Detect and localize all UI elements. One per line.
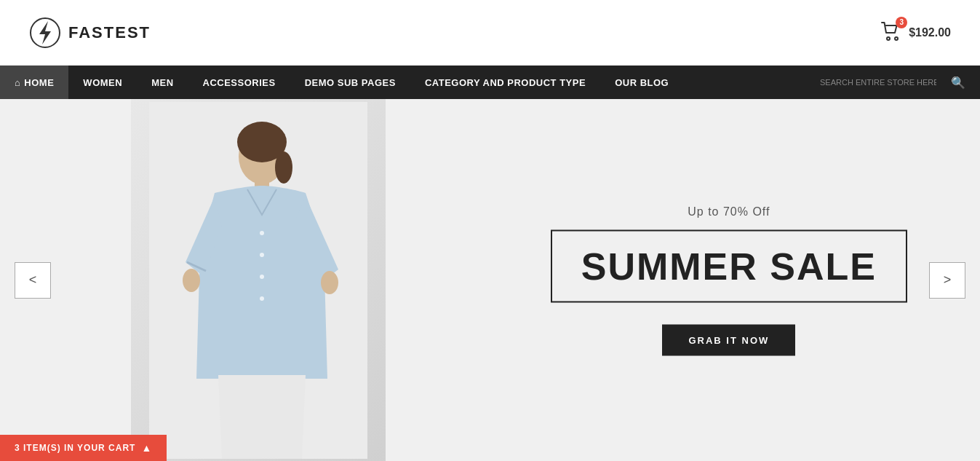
svg-point-7 <box>275 151 292 184</box>
svg-point-3 <box>895 37 898 40</box>
nav-item-blog[interactable]: OUR BLOG <box>600 66 683 99</box>
hero-model-image <box>131 99 386 461</box>
home-icon: ⌂ <box>15 77 20 88</box>
nav-items: ⌂ HOME WOMEN MEN ACCESSORIES DEMO SUB PA… <box>0 66 813 99</box>
cart-bar-chevron-icon: ▲ <box>141 442 152 454</box>
cart-bar[interactable]: 3 ITEM(S) IN YOUR CART ▲ <box>0 435 167 461</box>
hero-title-box: SUMMER SALE <box>551 229 907 302</box>
svg-point-13 <box>260 275 264 279</box>
cart-icon-container: 3 <box>881 21 901 44</box>
nav-item-category[interactable]: CATEGORY AND PRODUCT TYPE <box>410 66 600 99</box>
cart-button[interactable]: 3 $192.00 <box>881 21 951 44</box>
chevron-left-icon: < <box>29 272 37 288</box>
nav-label-category: CATEGORY AND PRODUCT TYPE <box>425 77 586 88</box>
svg-point-11 <box>260 231 264 235</box>
search-input[interactable] <box>813 77 944 87</box>
nav-bar: ⌂ HOME WOMEN MEN ACCESSORIES DEMO SUB PA… <box>0 66 980 99</box>
nav-label-women: WOMEN <box>83 77 122 88</box>
hero-title: SUMMER SALE <box>581 244 877 288</box>
nav-item-women[interactable]: WOMEN <box>68 66 137 99</box>
nav-label-men: MEN <box>151 77 173 88</box>
model-silhouette <box>149 102 367 459</box>
hero-section: < Up to 70% Off SUMMER SALE GRAB IT NOW … <box>0 99 980 461</box>
header-right: 3 $192.00 <box>881 21 951 44</box>
nav-label-blog: OUR BLOG <box>615 77 669 88</box>
svg-point-10 <box>321 271 338 294</box>
logo-text: FASTEST <box>68 23 151 42</box>
nav-item-men[interactable]: MEN <box>137 66 188 99</box>
cart-price: $192.00 <box>909 26 951 39</box>
search-button[interactable]: 🔍 <box>944 76 973 90</box>
hero-content: Up to 70% Off SUMMER SALE GRAB IT NOW <box>551 205 907 355</box>
search-icon: 🔍 <box>951 76 965 89</box>
cart-bar-label: 3 ITEM(S) IN YOUR CART <box>15 443 135 453</box>
nav-item-accessories[interactable]: ACCESSORIES <box>188 66 290 99</box>
nav-label-demo: DEMO SUB PAGES <box>305 77 396 88</box>
logo-icon <box>29 17 61 49</box>
hero-subtitle: Up to 70% Off <box>551 205 907 218</box>
nav-label-home: HOME <box>24 77 54 88</box>
logo-area[interactable]: FASTEST <box>29 17 151 49</box>
svg-point-9 <box>183 269 200 292</box>
svg-point-14 <box>260 296 264 301</box>
svg-point-2 <box>887 37 890 40</box>
nav-label-accessories: ACCESSORIES <box>203 77 276 88</box>
svg-point-12 <box>260 253 264 257</box>
slider-next-button[interactable]: > <box>929 262 965 299</box>
search-area: 🔍 <box>813 76 980 90</box>
chevron-right-icon: > <box>944 272 952 288</box>
slider-prev-button[interactable]: < <box>15 262 51 299</box>
svg-marker-1 <box>39 21 51 44</box>
nav-item-home[interactable]: ⌂ HOME <box>0 66 68 99</box>
hero-cta-button[interactable]: GRAB IT NOW <box>662 324 795 355</box>
cart-badge: 3 <box>896 17 907 28</box>
nav-item-demo[interactable]: DEMO SUB PAGES <box>290 66 410 99</box>
site-header: FASTEST 3 $192.00 <box>0 0 980 66</box>
